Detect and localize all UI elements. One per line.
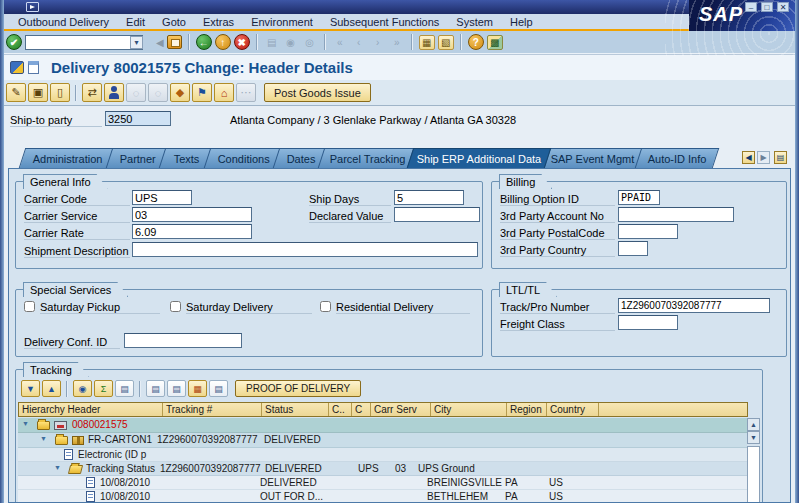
- ship-to-party-field[interactable]: [105, 111, 171, 126]
- third-party-account-field[interactable]: [618, 207, 734, 222]
- scrollbar-thumb[interactable]: [747, 446, 760, 503]
- event-date[interactable]: 10/08/2010: [100, 477, 150, 488]
- menu-outbound-delivery[interactable]: Outbound Delivery: [18, 16, 109, 28]
- edit-icon[interactable]: ✎: [6, 83, 26, 102]
- table-row[interactable]: ▼ FR-CARTON1 1Z2960070392087777 DELIVERE…: [18, 433, 747, 448]
- export-icon[interactable]: ▤: [167, 380, 186, 397]
- menu-help[interactable]: Help: [510, 16, 533, 28]
- grid-settings-icon[interactable]: ▦: [188, 380, 207, 397]
- saturday-pickup-checkbox[interactable]: [24, 301, 35, 312]
- packing-station-icon[interactable]: ⚑: [192, 83, 212, 102]
- window-close-button[interactable]: ✕: [777, 2, 789, 12]
- subtotal-icon[interactable]: ▤: [115, 380, 134, 397]
- back-icon[interactable]: ←: [196, 34, 212, 50]
- tab-list-icon[interactable]: ▤: [774, 151, 787, 164]
- carrier-code-field[interactable]: [132, 190, 192, 205]
- status-value[interactable]: OUT FOR D...: [260, 491, 323, 502]
- region-value[interactable]: PA: [505, 477, 518, 488]
- delivery-icon[interactable]: [10, 61, 24, 74]
- table-row[interactable]: Electronic (ID p: [18, 448, 747, 462]
- window-restore-button[interactable]: □: [761, 2, 773, 12]
- col-country[interactable]: Country: [547, 403, 599, 416]
- city-value[interactable]: BETHLEHEM: [427, 491, 488, 502]
- third-party-country-field[interactable]: [618, 241, 648, 256]
- city-value[interactable]: BREINIGSVILLE: [427, 477, 502, 488]
- event-date[interactable]: 10/08/2010: [100, 491, 150, 502]
- track-pro-number-field[interactable]: [618, 298, 770, 313]
- shipment-description-field[interactable]: [132, 242, 478, 257]
- status-value[interactable]: DELIVERED: [260, 477, 317, 488]
- proof-of-delivery-button[interactable]: PROOF OF DELIVERY: [235, 380, 361, 397]
- menu-subsequent-functions[interactable]: Subsequent Functions: [330, 16, 439, 28]
- table-row[interactable]: ▼ Tracking Status 1Z2960070392087777 DEL…: [18, 462, 747, 476]
- carrier-rate-field[interactable]: [132, 224, 252, 239]
- expander-icon[interactable]: ▼: [40, 435, 47, 442]
- layout-icon[interactable]: ▤: [209, 380, 228, 397]
- print-icon[interactable]: ▤: [264, 35, 280, 50]
- delete-icon[interactable]: ▯: [50, 83, 70, 102]
- delivery-number[interactable]: 0080021575: [72, 419, 128, 430]
- save-icon[interactable]: [167, 35, 182, 49]
- col-hierarchy-header[interactable]: Hierarchy Header: [19, 403, 163, 416]
- status-value[interactable]: DELIVERED: [264, 434, 321, 445]
- sum-icon[interactable]: Σ: [94, 380, 113, 397]
- back-triangle-icon[interactable]: ◀: [156, 37, 164, 48]
- residential-delivery-checkbox[interactable]: [320, 301, 331, 312]
- carr-serv-value[interactable]: UPS Ground: [418, 463, 475, 474]
- expander-icon[interactable]: ▼: [22, 420, 29, 427]
- tab-scroll-left-icon[interactable]: ◀: [742, 151, 755, 164]
- menu-system[interactable]: System: [456, 16, 493, 28]
- declared-value-field[interactable]: [394, 207, 480, 222]
- print-icon[interactable]: ▤: [146, 380, 165, 397]
- country-value[interactable]: US: [549, 491, 563, 502]
- find-next-icon[interactable]: ◎: [302, 35, 318, 50]
- exit-icon[interactable]: ↑: [215, 34, 231, 50]
- third-party-postalcode-field[interactable]: [618, 224, 678, 239]
- cancel-icon[interactable]: ✖: [234, 34, 250, 50]
- tracking-status-label[interactable]: Tracking Status: [86, 463, 155, 474]
- tab-sap-event-mgmt[interactable]: SAP Event Mgmt: [540, 148, 646, 168]
- col-c1[interactable]: C..: [329, 403, 352, 416]
- picking-icon[interactable]: ◆: [170, 83, 190, 102]
- menu-edit[interactable]: Edit: [126, 16, 145, 28]
- status-value[interactable]: DELIVERED: [265, 463, 322, 474]
- next-page-icon[interactable]: ›: [370, 35, 386, 50]
- electronic-id-label[interactable]: Electronic (ID p: [78, 449, 146, 460]
- tracking-number[interactable]: 1Z2960070392087777: [157, 434, 258, 445]
- expander-icon[interactable]: ▼: [54, 464, 61, 471]
- command-field[interactable]: [25, 35, 143, 50]
- region-value[interactable]: PA: [505, 491, 518, 502]
- customize-layout-icon[interactable]: ▩: [487, 35, 503, 50]
- col-tracking-number[interactable]: Tracking #: [163, 403, 262, 416]
- menu-environment[interactable]: Environment: [251, 16, 313, 28]
- tracking-number[interactable]: 1Z2960070392087777: [160, 463, 261, 474]
- command-dropdown-icon[interactable]: ▾: [130, 36, 143, 49]
- tab-ship-erp-additional-data[interactable]: Ship ERP Additional Data: [407, 148, 551, 168]
- sort-descending-icon[interactable]: ▼: [21, 380, 40, 397]
- service-value[interactable]: 03: [395, 463, 406, 474]
- col-region[interactable]: Region: [507, 403, 547, 416]
- previous-page-icon[interactable]: ‹: [351, 35, 367, 50]
- table-row[interactable]: 10/08/2010 OUT FOR D... BETHLEHEM PA US: [18, 490, 747, 503]
- find-icon[interactable]: ◉: [73, 380, 92, 397]
- header-details-icon[interactable]: [28, 61, 39, 74]
- enter-icon[interactable]: ✔: [6, 34, 22, 50]
- new-session-icon[interactable]: ▦: [419, 35, 435, 50]
- scroll-up-icon[interactable]: ▲: [747, 418, 760, 431]
- system-menu-icon[interactable]: [26, 2, 39, 12]
- help-icon[interactable]: ?: [468, 34, 484, 50]
- col-c2[interactable]: C: [352, 403, 371, 416]
- window-minimize-button[interactable]: –: [745, 2, 757, 12]
- carrier-service-field[interactable]: [132, 207, 252, 222]
- menu-goto[interactable]: Goto: [162, 16, 186, 28]
- tab-administration[interactable]: Administration: [19, 148, 117, 168]
- tab-conditions[interactable]: Conditions: [204, 148, 284, 168]
- goods-movement-icon[interactable]: ⌂: [214, 83, 234, 102]
- partner-icon[interactable]: [104, 83, 124, 102]
- carrier-value[interactable]: UPS: [358, 463, 379, 474]
- tab-parcel-tracking[interactable]: Parcel Tracking: [318, 148, 418, 168]
- billing-option-id-field[interactable]: [618, 190, 660, 205]
- freight-class-field[interactable]: [618, 315, 678, 330]
- carton-id[interactable]: FR-CARTON1: [88, 434, 152, 445]
- scroll-down-icon[interactable]: ▼: [747, 431, 760, 444]
